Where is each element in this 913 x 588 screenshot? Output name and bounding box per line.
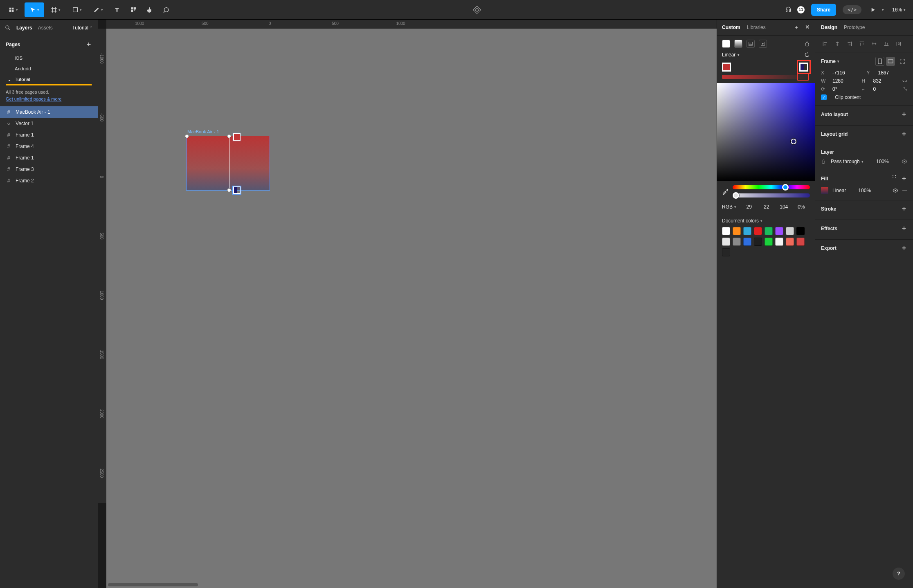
orientation-toggle[interactable] bbox=[875, 57, 895, 66]
doc-color-swatch[interactable] bbox=[796, 227, 805, 235]
collab-count-badge[interactable]: 11 bbox=[797, 6, 805, 13]
prop-w[interactable]: 1280 bbox=[832, 78, 857, 84]
gradient-track[interactable] bbox=[722, 75, 807, 79]
doc-color-swatch[interactable] bbox=[722, 248, 730, 256]
main-menu[interactable]: ▾ bbox=[3, 2, 23, 17]
text-tool[interactable] bbox=[110, 2, 124, 17]
resources-tool[interactable] bbox=[126, 2, 141, 17]
page-item[interactable]: Android bbox=[0, 63, 98, 74]
gradient-endpoint[interactable] bbox=[227, 134, 231, 138]
align-top-icon[interactable] bbox=[857, 39, 867, 49]
color-field[interactable] bbox=[717, 83, 815, 181]
canvas-viewport[interactable]: MacBook Air - 1 bbox=[106, 29, 717, 588]
hand-tool[interactable] bbox=[142, 2, 157, 17]
fill-row[interactable]: Linear 100% — bbox=[821, 185, 907, 196]
align-bottom-icon[interactable] bbox=[882, 39, 891, 49]
blend-mode-dropdown[interactable]: Pass through▾ bbox=[831, 159, 864, 164]
distribute-icon[interactable] bbox=[894, 39, 904, 49]
hue-slider[interactable] bbox=[733, 185, 810, 189]
align-vcenter-icon[interactable] bbox=[869, 39, 879, 49]
add-layout-grid-button[interactable]: ＋ bbox=[901, 130, 907, 138]
doc-color-swatch[interactable] bbox=[765, 227, 773, 235]
slider-thumb[interactable] bbox=[733, 192, 739, 199]
layer-opacity[interactable]: 100% bbox=[876, 159, 889, 164]
gradient-stop-swatch[interactable] bbox=[233, 133, 241, 141]
canvas-frame[interactable] bbox=[186, 136, 270, 191]
styles-icon[interactable] bbox=[892, 174, 897, 183]
add-fill-button[interactable]: ＋ bbox=[901, 174, 907, 183]
zoom-control[interactable]: 16% ▾ bbox=[888, 7, 910, 13]
alpha-slider[interactable] bbox=[733, 193, 810, 197]
document-colors-label[interactable]: Document colors ▾ bbox=[722, 218, 810, 227]
doc-color-swatch[interactable] bbox=[754, 227, 762, 235]
visibility-icon[interactable] bbox=[893, 188, 898, 193]
color-field-cursor[interactable] bbox=[791, 139, 796, 144]
value-r[interactable]: 29 bbox=[740, 204, 758, 210]
link-wh-icon[interactable] bbox=[902, 79, 907, 83]
layer-item[interactable]: # Frame 3 bbox=[0, 164, 98, 175]
portrait-icon[interactable] bbox=[875, 57, 884, 66]
fill-opacity[interactable]: 100% bbox=[858, 188, 871, 193]
gradient-fill-icon[interactable] bbox=[734, 40, 742, 48]
doc-color-swatch[interactable] bbox=[775, 227, 783, 235]
visibility-icon[interactable] bbox=[902, 159, 907, 164]
layer-item[interactable]: ○ Vector 1 bbox=[0, 118, 98, 129]
upgrade-link[interactable]: Get unlimited pages & more bbox=[6, 97, 61, 101]
move-tool[interactable]: ▾ bbox=[25, 2, 44, 17]
landscape-icon[interactable] bbox=[886, 57, 895, 66]
checkbox-checked-icon[interactable]: ✓ bbox=[821, 94, 827, 100]
slider-thumb[interactable] bbox=[782, 184, 789, 191]
independent-corners-icon[interactable] bbox=[902, 87, 907, 92]
shape-tool[interactable]: ▾ bbox=[67, 2, 87, 17]
audio-icon[interactable] bbox=[781, 2, 796, 17]
fill-swatch[interactable] bbox=[821, 187, 828, 194]
gradient-stops[interactable] bbox=[722, 63, 810, 81]
remove-fill-button[interactable]: — bbox=[902, 188, 907, 193]
frame-dropdown[interactable]: Frame ▾ bbox=[821, 58, 839, 64]
tab-prototype[interactable]: Prototype bbox=[844, 25, 865, 30]
add-effect-button[interactable]: ＋ bbox=[901, 224, 907, 233]
search-icon[interactable] bbox=[5, 25, 11, 31]
gradient-stop-swatch[interactable] bbox=[233, 186, 241, 194]
doc-color-swatch[interactable] bbox=[743, 238, 751, 246]
doc-color-swatch[interactable] bbox=[786, 227, 794, 235]
prop-y[interactable]: 1867 bbox=[878, 70, 908, 76]
align-left-icon[interactable] bbox=[820, 39, 830, 49]
pen-tool[interactable]: ▾ bbox=[88, 2, 108, 17]
blend-icon[interactable] bbox=[804, 41, 810, 47]
solid-fill-icon[interactable] bbox=[722, 40, 730, 48]
canvas-frame-label[interactable]: MacBook Air - 1 bbox=[187, 129, 219, 134]
value-alpha[interactable]: 0% bbox=[793, 204, 810, 210]
prop-rotation[interactable]: 0° bbox=[832, 86, 857, 92]
doc-color-swatch[interactable] bbox=[733, 238, 741, 246]
gradient-stop-right[interactable] bbox=[799, 63, 808, 72]
video-fill-icon[interactable] bbox=[759, 40, 767, 48]
gradient-axis[interactable] bbox=[229, 136, 229, 191]
doc-color-swatch[interactable] bbox=[722, 227, 730, 235]
page-item[interactable]: iOS bbox=[0, 53, 98, 63]
resize-to-fit-icon[interactable] bbox=[897, 56, 907, 66]
doc-color-swatch[interactable] bbox=[765, 238, 773, 246]
align-hcenter-icon[interactable] bbox=[832, 39, 842, 49]
prop-x[interactable]: -7116 bbox=[832, 70, 862, 76]
value-b[interactable]: 104 bbox=[775, 204, 793, 210]
tab-custom[interactable]: Custom bbox=[722, 25, 740, 30]
doc-color-swatch[interactable] bbox=[786, 238, 794, 246]
share-button[interactable]: Share bbox=[811, 4, 836, 16]
doc-color-swatch[interactable] bbox=[796, 238, 805, 246]
add-page-button[interactable]: ＋ bbox=[85, 40, 92, 49]
tab-layers[interactable]: Layers bbox=[16, 25, 32, 31]
add-icon[interactable]: ＋ bbox=[794, 24, 799, 31]
prop-h[interactable]: 832 bbox=[873, 78, 898, 84]
align-right-icon[interactable] bbox=[845, 39, 855, 49]
clip-content-row[interactable]: ✓ Clip content bbox=[821, 93, 907, 101]
image-fill-icon[interactable] bbox=[747, 40, 755, 48]
prop-radius[interactable]: 0 bbox=[873, 86, 898, 92]
tab-design[interactable]: Design bbox=[821, 25, 837, 30]
tab-assets[interactable]: Assets bbox=[38, 25, 53, 31]
tab-libraries[interactable]: Libraries bbox=[747, 25, 766, 30]
doc-color-swatch[interactable] bbox=[754, 238, 762, 246]
doc-color-swatch[interactable] bbox=[743, 227, 751, 235]
gradient-endpoint[interactable] bbox=[227, 188, 231, 192]
color-mode-dropdown[interactable]: RGB ▾ bbox=[722, 204, 736, 210]
